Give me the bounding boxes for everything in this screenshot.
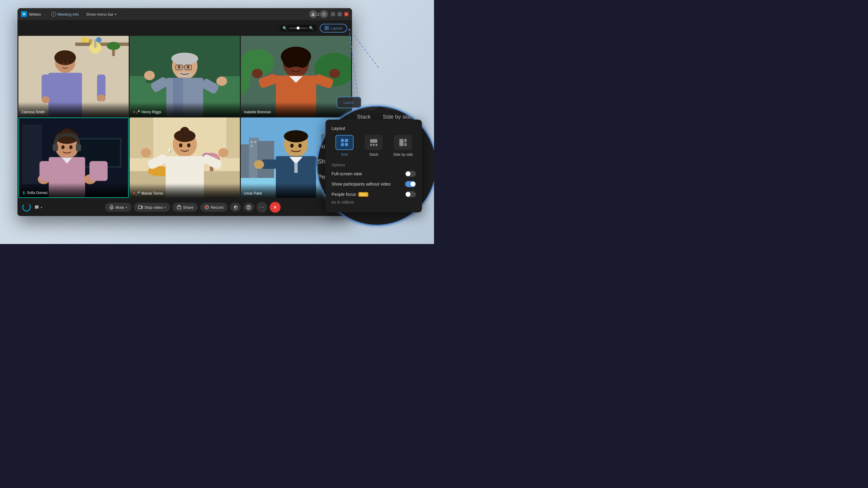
svg-rect-5	[327, 28, 329, 30]
webex-logo-icon: W	[21, 11, 27, 17]
svg-rect-111	[294, 163, 298, 173]
reactions-button[interactable]	[243, 203, 254, 212]
user-avatar-icon	[309, 10, 317, 18]
video-toolbar: 🔍 🔍 Layout	[18, 20, 352, 36]
svg-point-86	[179, 143, 182, 147]
svg-point-121	[206, 206, 208, 208]
grid-icon-shape	[341, 139, 348, 146]
name-tag-isabelle: Isabelle Brennan	[244, 110, 271, 114]
svg-rect-64	[53, 144, 58, 151]
svg-point-108	[290, 143, 293, 147]
zoom-search-bar: 🔍 🔍	[279, 25, 317, 32]
control-bar: ▾ Mute ▾ Stop video ▾	[18, 198, 352, 216]
svg-point-33	[178, 65, 181, 69]
end-call-icon: ✕	[273, 204, 277, 210]
webex-logo: W Webex	[21, 11, 41, 17]
video-cell-clarissa: Clarissa Smith	[19, 36, 129, 117]
svg-rect-103	[251, 145, 253, 147]
more-icon: ···	[259, 204, 264, 210]
slider-knob	[297, 27, 300, 30]
share-button[interactable]: Share	[173, 203, 198, 212]
show-menu-bar-button[interactable]: Show menu bar ▾	[84, 11, 118, 18]
muted-icon-henry: ✕🎤	[133, 110, 140, 114]
name-henry: Henry Riggs	[141, 110, 161, 114]
window-controls: ─ □ ✕	[309, 10, 348, 18]
grid-option-icon	[336, 135, 353, 150]
name-tag-umar: Umar Patel	[244, 191, 262, 195]
fullscreen-toggle[interactable]	[405, 171, 416, 177]
mute-button[interactable]: Mute ▾	[105, 203, 131, 212]
emoji-icon	[246, 205, 251, 210]
name-clarissa: Clarissa Smith	[22, 110, 44, 114]
svg-rect-72	[90, 161, 107, 181]
video-cell-sofia: Sofia Gomez	[19, 118, 129, 198]
svg-point-122	[247, 205, 251, 209]
participants-no-video-option-row: Show participants without video	[332, 181, 416, 187]
app-window: W Webex | i Meeting info Show menu bar ▾…	[18, 8, 352, 216]
mute-label: Mute	[116, 205, 124, 210]
show-menu-bar-label: Show menu bar	[86, 12, 113, 17]
layout-popup: Layout Grid	[326, 120, 422, 213]
meeting-info-button[interactable]: i Meeting info	[50, 11, 81, 18]
video-cell-marise: ✕🎤 Marise Torres	[130, 118, 240, 198]
svg-point-109	[299, 143, 302, 147]
svg-rect-60	[22, 124, 42, 184]
svg-point-92	[218, 148, 228, 157]
name-tag-marise: ✕🎤 Marise Torres	[133, 191, 163, 195]
svg-point-91	[141, 148, 151, 157]
record-button[interactable]: Record	[200, 203, 227, 212]
svg-point-55	[252, 69, 263, 78]
sbs-label: Side by side	[393, 153, 413, 157]
layout-option-sidebyside[interactable]: Side by side	[390, 135, 416, 157]
svg-point-56	[329, 69, 340, 78]
control-bar-center: Mute ▾ Stop video ▾ Share	[46, 202, 339, 213]
name-marise: Marise Torres	[141, 191, 163, 195]
raise-hand-button[interactable]	[230, 203, 241, 212]
svg-point-49	[296, 51, 310, 68]
chevron-down-icon: ▾	[115, 13, 116, 16]
record-icon	[204, 205, 209, 210]
settings-icon[interactable]	[320, 10, 328, 18]
app-name: Webex	[29, 12, 41, 17]
stop-video-label: Stop video	[144, 205, 163, 210]
svg-rect-7	[75, 42, 129, 46]
video-grid: Clarissa Smith	[18, 36, 352, 198]
svg-rect-8	[82, 38, 87, 43]
fullscreen-toggle-knob	[406, 171, 410, 176]
minimize-button[interactable]: ─	[331, 12, 335, 16]
name-sofia: Sofia Gomez	[27, 191, 48, 195]
end-call-button[interactable]: ✕	[270, 202, 281, 213]
svg-rect-116	[111, 205, 113, 208]
name-tag-henry: ✕🎤 Henry Riggs	[133, 110, 161, 114]
participants-no-video-label: Show participants without video	[332, 182, 391, 187]
zoom-stack-option: Stack	[350, 105, 377, 120]
zoom-grid-option: Grid	[318, 105, 345, 120]
zoom-slider[interactable]	[289, 28, 307, 29]
chat-button[interactable]: ▾	[33, 204, 44, 211]
svg-point-115	[254, 160, 264, 169]
svg-point-21	[67, 62, 69, 65]
video-icon	[138, 205, 143, 210]
svg-point-124	[249, 206, 250, 207]
beta-badge: Beta	[358, 192, 368, 197]
video-cell-henry: ✕🎤 Henry Riggs	[130, 36, 240, 117]
layout-option-grid[interactable]: Grid	[332, 135, 357, 157]
maximize-button[interactable]: □	[338, 12, 342, 16]
layout-option-stack[interactable]: Stack	[361, 135, 386, 157]
microphone-icon	[109, 205, 114, 210]
layout-button[interactable]: Layout	[320, 24, 347, 33]
svg-point-85	[180, 127, 189, 136]
svg-point-107	[284, 130, 308, 142]
svg-rect-101	[251, 141, 253, 143]
participants-no-video-toggle[interactable]	[405, 181, 416, 187]
layout-panel-title: Layout	[332, 126, 416, 131]
fullscreen-label: Full-screen view	[332, 171, 362, 176]
close-button[interactable]: ✕	[344, 12, 348, 16]
more-button[interactable]: ···	[256, 202, 267, 213]
svg-point-87	[187, 143, 190, 147]
stop-video-button[interactable]: Stop video ▾	[134, 203, 170, 212]
people-focus-toggle[interactable]	[405, 191, 416, 197]
chat-chevron: ▾	[41, 206, 42, 209]
people-focus-toggle-knob	[406, 192, 410, 197]
share-icon	[177, 205, 181, 210]
